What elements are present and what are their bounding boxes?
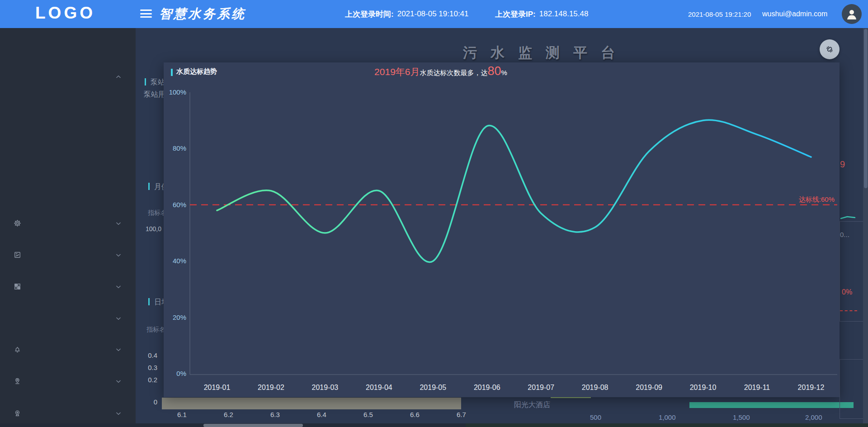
chevron-up-icon: [116, 75, 121, 79]
hotel-bar: [689, 402, 854, 408]
user-avatar[interactable]: [842, 4, 862, 24]
x-axis-tick-8: 2019-09: [631, 383, 667, 392]
hotel-xtick-1: 1,000: [659, 413, 676, 421]
daily-ytick-3: 0: [144, 398, 157, 406]
bell-icon: [14, 346, 22, 354]
app-header: LOGO 智慧水务系统 上次登录时间: 2021-08-05 19:10:41 …: [0, 0, 868, 28]
last-login-ip-label: 上次登录IP:: [495, 9, 536, 19]
x-axis-tick-11: 2019-12: [793, 383, 829, 392]
app-logo: LOGO: [35, 4, 112, 23]
grid-icon: [14, 283, 22, 291]
chevron-down-icon: [116, 285, 121, 289]
daily-ytick-1: 0.3: [144, 364, 157, 371]
sidebar-item-4[interactable]: [0, 184, 136, 202]
y-axis-tick-3: 60%: [164, 200, 186, 209]
daily-panel-metric: 指标名: [146, 326, 165, 334]
x-axis-tick-2: 2019-03: [307, 383, 343, 392]
x-axis-tick-9: 2019-10: [685, 383, 721, 392]
pin-icon: [14, 377, 22, 385]
sidebar-item-1[interactable]: [0, 98, 136, 116]
pump-panel-subtitle: 泵站用: [144, 90, 165, 100]
vertical-scrollbar[interactable]: [863, 28, 868, 423]
sidebar-item-2[interactable]: [0, 127, 136, 145]
menu-toggle-icon[interactable]: [140, 9, 152, 19]
x-axis-tick-10: 2019-11: [739, 383, 775, 392]
sidebar-item-9[interactable]: [0, 341, 136, 359]
daily-xtick-5: 6.6: [410, 411, 420, 418]
daily-xtick-6: 6.7: [457, 411, 466, 418]
pump-panel-title: 泵站: [151, 78, 165, 87]
right-fragment-percent: 0%: [842, 288, 852, 296]
sidebar-item-7[interactable]: [0, 278, 136, 296]
last-login-ip-value: 182.148.15.48: [539, 9, 589, 19]
y-axis-tick-5: 100%: [164, 88, 186, 97]
x-axis-tick-7: 2019-08: [577, 383, 613, 392]
trend-line-chart[interactable]: [164, 62, 840, 397]
hotel-xtick-3: 2,000: [805, 413, 822, 421]
right-fragment-number: 0...: [840, 231, 849, 238]
daily-xtick-3: 6.4: [317, 411, 326, 418]
chevron-down-icon: [116, 380, 121, 383]
month-panel-value: 100,0: [146, 225, 161, 232]
video-icon: [14, 409, 22, 418]
report-icon: [14, 251, 22, 259]
bottom-strip-green: [466, 423, 868, 427]
background-bar-gray: [162, 398, 461, 409]
link-break-icon: [825, 44, 835, 54]
trend-line: [217, 120, 811, 262]
right-fragment-nine: 9: [840, 159, 845, 170]
y-axis-tick-2: 40%: [164, 256, 186, 266]
sidebar: [0, 28, 136, 423]
horizontal-scrollbar-thumb[interactable]: [203, 424, 303, 427]
hotel-xtick-0: 500: [590, 413, 601, 421]
screen: LOGO 智慧水务系统 上次登录时间: 2021-08-05 19:10:41 …: [0, 0, 868, 427]
main-area: 污水监测平台 泵站 泵站用 月供水 指标名 100,0 日均 指标名 0.40.…: [136, 28, 868, 423]
app-title: 智慧水务系统: [159, 5, 246, 23]
last-login-time-value: 2021-08-05 19:10:41: [397, 9, 469, 19]
vertical-scrollbar-thumb[interactable]: [864, 29, 868, 188]
last-login-time: 上次登录时间: 2021-08-05 19:10:41: [345, 0, 469, 28]
x-axis-tick-6: 2019-07: [523, 383, 559, 392]
y-axis-tick-1: 20%: [164, 313, 186, 322]
daily-xtick-2: 6.3: [270, 411, 280, 418]
right-fragment-dashes: [840, 310, 857, 311]
right-fragment-panel-2: [840, 359, 867, 419]
current-time: 2021-08-05 19:21:20: [688, 0, 751, 28]
hotel-bar-label: 阳光大酒店: [514, 400, 550, 410]
x-axis-tick-0: 2019-01: [199, 383, 235, 392]
horizontal-scrollbar[interactable]: [0, 423, 868, 427]
sidebar-item-6[interactable]: [0, 246, 136, 264]
y-axis-tick-4: 80%: [164, 144, 186, 153]
x-axis-tick-1: 2019-02: [253, 383, 289, 392]
sidebar-item-0[interactable]: [0, 68, 136, 86]
chevron-down-icon: [116, 348, 121, 351]
sidebar-item-10[interactable]: [0, 372, 136, 390]
sidebar-item-11[interactable]: [0, 404, 136, 422]
chevron-down-icon: [116, 222, 121, 225]
daily-panel-accent-bar: [148, 298, 150, 305]
daily-xtick-4: 6.5: [363, 411, 373, 418]
x-axis-tick-4: 2019-05: [415, 383, 451, 392]
sidebar-item-8[interactable]: [0, 309, 136, 327]
threshold-label: 达标线:60%: [787, 195, 835, 204]
refresh-button[interactable]: [820, 39, 840, 59]
right-fragment-line: [840, 214, 856, 221]
chart-panel: 水质达标趋势 2019年6月 水质达标次数最多，达 80 % 0%20%40%6…: [164, 62, 840, 397]
x-axis-tick-3: 2019-04: [361, 383, 397, 392]
page-title: 污水监测平台: [463, 43, 628, 62]
gear-icon: [14, 219, 22, 228]
chevron-down-icon: [116, 412, 121, 415]
last-login-time-label: 上次登录时间:: [345, 9, 394, 19]
x-axis-tick-5: 2019-06: [469, 383, 505, 392]
month-panel-accent-bar: [148, 183, 150, 190]
pump-panel-accent-bar: [145, 78, 146, 85]
hotel-xtick-2: 1,500: [733, 413, 750, 421]
chevron-down-icon: [116, 317, 121, 320]
sidebar-item-3[interactable]: [0, 155, 136, 173]
chart-axes: [190, 92, 837, 375]
daily-ytick-2: 0.2: [144, 376, 157, 384]
daily-xtick-0: 6.1: [177, 411, 187, 418]
user-email[interactable]: wushui@admin.com: [762, 0, 827, 28]
last-login-ip: 上次登录IP: 182.148.15.48: [495, 0, 588, 28]
sidebar-item-5[interactable]: [0, 214, 136, 232]
